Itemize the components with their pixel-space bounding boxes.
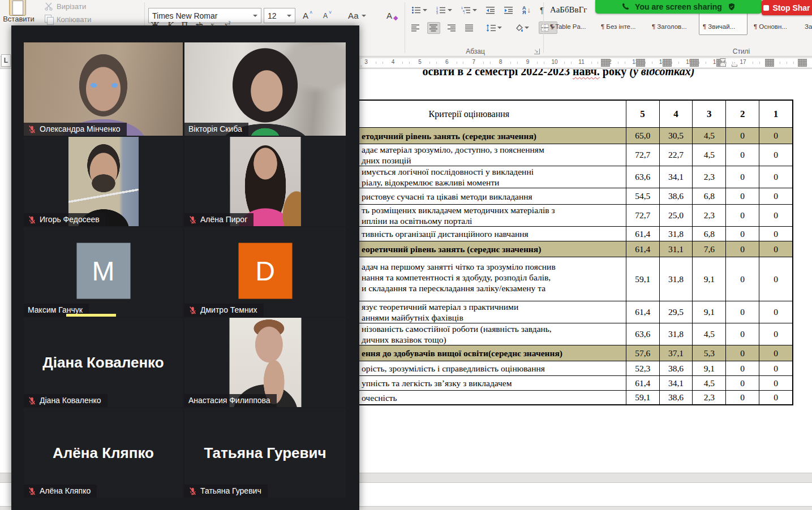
table-header-grade: 3: [692, 101, 725, 127]
font-family-value: Times New Romar: [152, 11, 217, 20]
stop-sharing-label: Stop Shar: [772, 3, 810, 12]
style-label: ¶ Без інте...: [601, 23, 643, 30]
value-cell: 30,5: [659, 128, 693, 144]
heading-spellcheck-word: навч.: [573, 69, 600, 77]
value-cell: 29,5: [659, 301, 693, 323]
ruler-column-marker[interactable]: [690, 59, 699, 67]
style-preview: АаБбВвГг: [550, 5, 592, 20]
value-cell: 5,3: [692, 345, 725, 361]
ruler-column-marker[interactable]: [798, 59, 807, 67]
participant-tile-5[interactable]: MМаксим Ганчук: [24, 227, 183, 317]
table-header-grade: 4: [659, 101, 693, 127]
participant-tile-3[interactable]: Игорь Федосеев: [24, 137, 183, 226]
multilevel-list-icon: 1 a i: [461, 6, 471, 14]
tab-stop-selector[interactable]: L: [1, 54, 11, 67]
numbered-list-button[interactable]: 1 2 3: [435, 5, 454, 16]
value-cell: 0: [725, 323, 759, 345]
table-header-grade: 2: [725, 101, 759, 127]
increase-indent-button[interactable]: [502, 5, 515, 16]
participant-tile-8[interactable]: Анастасия Филиппова: [184, 318, 346, 407]
value-cell: 61,4: [626, 301, 659, 323]
ruler-column-marker[interactable]: [663, 59, 672, 67]
change-case-button[interactable]: Аа: [345, 8, 369, 23]
paste-label: Вставити: [1, 15, 36, 23]
participant-name: Игорь Федосеев: [40, 215, 100, 224]
font-size-combobox[interactable]: 12: [264, 8, 295, 23]
table-header-grade: 1: [759, 101, 792, 127]
value-cell: 4,5: [692, 376, 725, 390]
align-left-icon: [411, 24, 420, 32]
align-left-button[interactable]: [410, 23, 422, 33]
value-cell: 31,1: [659, 241, 693, 257]
speaking-indicator-bar: [66, 314, 116, 317]
value-cell: 7,6: [692, 241, 725, 257]
chevron-down-icon: [497, 27, 502, 29]
stop-sharing-button[interactable]: Stop Shar: [762, 0, 812, 15]
value-cell: 63,6: [626, 166, 659, 188]
value-cell: 0: [725, 188, 759, 204]
caret-down-icon: ˅: [329, 10, 332, 15]
style-label: ¶ Основн...: [754, 23, 796, 30]
value-cell: 0: [759, 144, 792, 166]
participant-tile-9[interactable]: Алёна КляпкоАлёна Кляпко: [24, 408, 183, 498]
participant-tile-10[interactable]: Татьяна ГуревичТатьяна Гуревич: [184, 408, 346, 498]
participant-name: Татьяна Гуревич: [200, 486, 261, 495]
shrink-font-button[interactable]: А ˅: [320, 8, 334, 23]
value-cell: 0: [725, 241, 759, 257]
sort-button[interactable]: АЯ ↓: [521, 4, 532, 16]
paragraph-group-label: Абзац: [447, 47, 504, 55]
justify-button[interactable]: [463, 23, 475, 33]
zoom-meeting-window[interactable]: Олександра МінченкоВікторія СкибаИгорь Ф…: [11, 25, 359, 510]
copy-button[interactable]: Копіювати: [44, 15, 91, 24]
caret-up-icon: ˄: [310, 10, 312, 15]
value-cell: 34,1: [659, 376, 693, 390]
participant-tile-1[interactable]: Олександра Мінченко: [24, 42, 183, 136]
participant-name-label: Діана Коваленко: [24, 394, 108, 407]
participant-name: Дмитро Темних: [200, 305, 257, 314]
style-label: ¶ Заголов...: [652, 23, 694, 30]
value-cell: 38,6: [659, 391, 693, 404]
grow-font-glyph: А: [303, 11, 308, 20]
participant-tile-7[interactable]: Діана КоваленкоДіана Коваленко: [24, 318, 183, 407]
clear-formatting-button[interactable]: А ◆: [384, 8, 401, 23]
align-right-button[interactable]: [446, 23, 458, 33]
paste-button[interactable]: Вставити: [1, 0, 36, 27]
participant-tile-6[interactable]: DДмитро Темних: [184, 227, 346, 317]
value-cell: 59,1: [626, 391, 659, 404]
line-spacing-button[interactable]: [484, 23, 504, 33]
participant-tile-4[interactable]: Алёна Пирог: [184, 137, 346, 226]
value-cell: 0: [759, 205, 792, 226]
align-center-button[interactable]: [427, 22, 440, 34]
bullet-list-button[interactable]: [410, 5, 429, 16]
ruler-column-marker[interactable]: [765, 59, 774, 67]
value-cell: 63,6: [626, 323, 659, 345]
ruler-column-marker[interactable]: [636, 59, 645, 67]
shading-button[interactable]: [513, 22, 531, 33]
muted-mic-icon: [188, 487, 197, 495]
value-cell: 0: [725, 301, 759, 323]
grow-font-button[interactable]: А ˄: [300, 8, 315, 23]
ruler-column-marker[interactable]: [601, 59, 610, 67]
participant-name: Вікторія Скиба: [188, 124, 242, 133]
participant-tile-2[interactable]: Вікторія Скиба: [184, 42, 346, 136]
heading-text: освіти в 2 семестрі 2022-2023: [423, 69, 573, 77]
multilevel-list-button[interactable]: 1 a i: [459, 5, 479, 16]
value-cell: 4,5: [692, 128, 725, 144]
participant-avatar: D: [238, 243, 292, 299]
show-paragraph-marks-button[interactable]: ¶: [538, 3, 546, 16]
value-cell: 0: [759, 227, 792, 241]
numbered-list-icon: 1 2 3: [436, 6, 446, 14]
value-cell: 2,3: [692, 166, 725, 188]
paragraph-dialog-launcher[interactable]: ↘: [534, 49, 540, 54]
participant-avatar: M: [76, 243, 130, 299]
value-cell: 0: [759, 257, 792, 301]
style-item-1[interactable]: АаБбВвГг¶ Table Pa...: [546, 2, 595, 35]
value-cell: 54,5: [626, 188, 659, 204]
value-cell: 72,7: [626, 144, 659, 166]
cut-button[interactable]: Вирізати: [44, 2, 86, 11]
line-spacing-icon: [486, 24, 496, 32]
decrease-indent-button[interactable]: [484, 5, 497, 16]
ruler-number: 11: [576, 59, 587, 65]
bullet-list-icon: [411, 6, 422, 14]
copy-icon: [44, 15, 53, 24]
